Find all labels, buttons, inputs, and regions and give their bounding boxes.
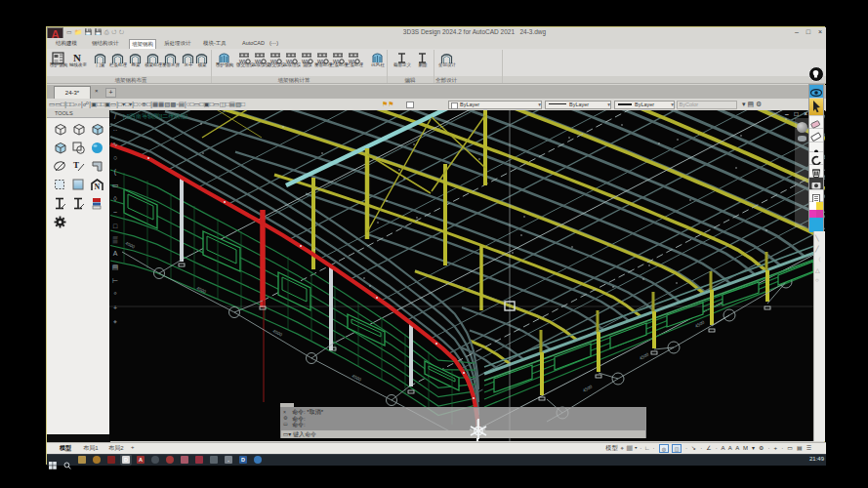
svg-text:T: T <box>73 160 79 170</box>
svg-text:[-][西南等轴测][二维线框]: [-][西南等轴测][二维线框] <box>123 112 187 120</box>
svg-text:N: N <box>95 183 101 191</box>
